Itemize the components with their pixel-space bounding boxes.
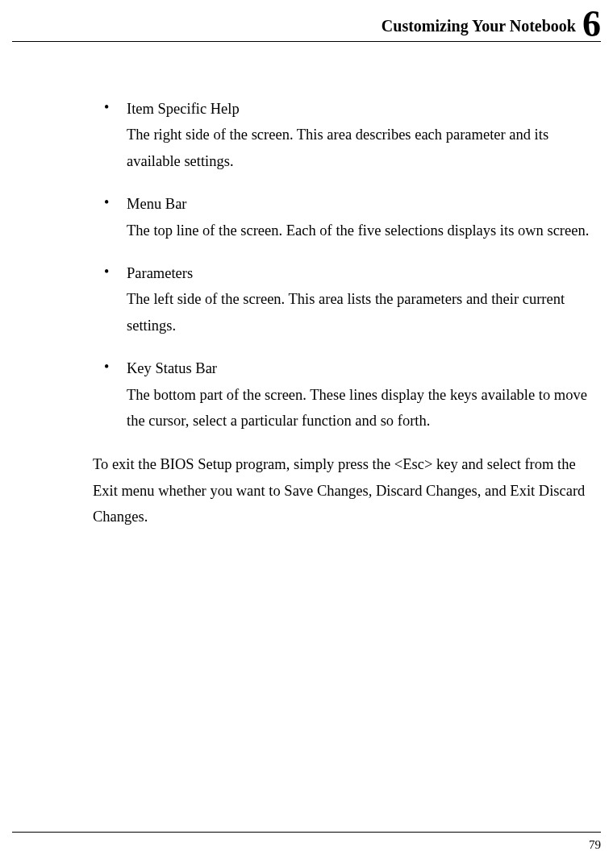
- header-title: Customizing Your Notebook: [382, 17, 576, 35]
- item-description: The right side of the screen. This area …: [127, 122, 593, 174]
- page-header: Customizing Your Notebook 6: [12, 4, 601, 42]
- bullet-list: Item Specific Help The right side of the…: [93, 97, 593, 434]
- item-title: Item Specific Help: [127, 97, 593, 122]
- list-item: Menu Bar The top line of the screen. Eac…: [93, 192, 593, 243]
- item-title: Key Status Bar: [127, 356, 593, 381]
- item-title: Menu Bar: [127, 192, 593, 217]
- page-footer: 79: [12, 832, 601, 852]
- page-number: 79: [589, 838, 601, 851]
- body-paragraph: To exit the BIOS Setup program, simply p…: [93, 451, 593, 530]
- item-title: Parameters: [127, 261, 593, 286]
- item-description: The top line of the screen. Each of the …: [127, 218, 593, 243]
- list-item: Key Status Bar The bottom part of the sc…: [93, 356, 593, 434]
- list-item: Parameters The left side of the screen. …: [93, 261, 593, 338]
- list-item: Item Specific Help The right side of the…: [93, 97, 593, 174]
- item-description: The left side of the screen. This area l…: [127, 286, 593, 338]
- page-content: Item Specific Help The right side of the…: [12, 97, 601, 530]
- chapter-number: 6: [582, 6, 601, 43]
- item-description: The bottom part of the screen. These lin…: [127, 382, 593, 434]
